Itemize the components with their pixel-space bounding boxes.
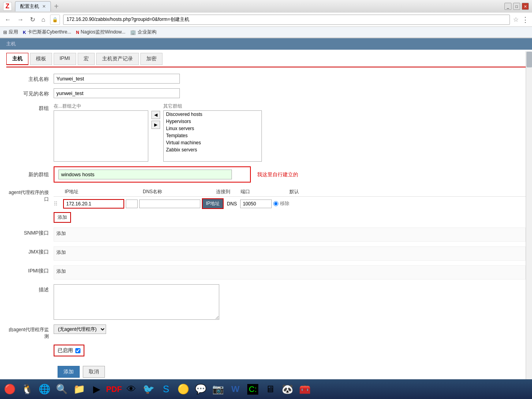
connect-ip-button[interactable]: IP地址: [202, 198, 224, 209]
bookmarks-bar: ⊞ 应用 K 卡巴斯基Cyberthre... N Nagios监控Window…: [0, 27, 532, 38]
url-input[interactable]: [63, 15, 510, 25]
dns-name-input[interactable]: [139, 200, 200, 208]
taskbar-icon-terminal[interactable]: C:: [245, 381, 261, 386]
bookmark-enterprise[interactable]: 🏢 企业架构: [130, 29, 157, 35]
agent-proxy-select[interactable]: (无agent代理程序): [54, 324, 106, 334]
ip-subnet-input[interactable]: [126, 200, 138, 208]
nav-bar: ← → ↻ ⌂ 🔒 ☆ ⋮: [0, 13, 532, 27]
desc-row: 描述: [6, 284, 526, 320]
submit-add-button[interactable]: 添加: [58, 366, 80, 378]
taskbar-icon-2[interactable]: 🐧: [19, 381, 35, 386]
taskbar-icon-folder[interactable]: 📁: [71, 381, 88, 386]
scrollbar[interactable]: [526, 51, 532, 379]
port-input[interactable]: [240, 200, 272, 208]
apps-icon: ⊞: [3, 30, 7, 35]
tab-close-button[interactable]: ✕: [42, 4, 46, 9]
taskbar-icon-chrome[interactable]: 🌐: [36, 381, 53, 386]
remove-link[interactable]: 移除: [280, 200, 289, 207]
tab-template[interactable]: 模板: [30, 53, 52, 65]
taskbar-icon-app[interactable]: 🖥: [262, 381, 278, 386]
ipmi-content: 添加: [54, 265, 526, 280]
tab-asset[interactable]: 主机资产记录: [96, 53, 139, 65]
scrollbar-thumb[interactable]: [526, 52, 532, 67]
bookmark-star-icon[interactable]: ☆: [513, 16, 519, 23]
tab-macro[interactable]: 宏: [78, 53, 95, 65]
groups-section: 在...群组之中 ◀ ▶ 其它群组 Discovered hosts Hyper…: [54, 103, 262, 162]
cancel-button[interactable]: 取消: [83, 366, 105, 378]
taskbar-icon-s[interactable]: S: [158, 381, 174, 386]
bookmark-apps[interactable]: ⊞ 应用: [3, 29, 18, 35]
agent-proxy-label: 由agent代理程序监测: [6, 324, 54, 340]
bookmark-nagios[interactable]: N Nagios监控Window...: [76, 29, 125, 35]
new-tab-button[interactable]: +: [54, 2, 59, 11]
dns-text-label: DNS: [225, 201, 238, 207]
tab-ipmi[interactable]: IPMI: [54, 53, 76, 65]
col-dns-label: DNS名称: [143, 188, 206, 195]
kaspersky-icon: K: [23, 30, 26, 35]
taskbar-icon-weibo[interactable]: 👁: [123, 381, 140, 386]
hostname-input[interactable]: [54, 74, 180, 84]
tab-host[interactable]: 主机: [6, 53, 28, 65]
tab-encrypt[interactable]: 加密: [140, 53, 162, 65]
group-item-zabbix[interactable]: Zabbix servers: [164, 146, 261, 153]
new-group-row: 新的群组 我这里自行建立的: [6, 166, 526, 183]
jmx-label: JMX接口: [6, 246, 54, 255]
browser-chrome: Z 配置主机 ✕ + _ □ ✕ ← → ↻ ⌂ 🔒 ☆ ⋮ ⊞ 应用 K 卡巴: [0, 0, 532, 38]
taskbar-icon-yellow[interactable]: 🟡: [175, 381, 192, 386]
ipmi-label: IPMI接口: [6, 265, 54, 274]
drag-handle-icon[interactable]: ⠿: [54, 201, 62, 207]
bookmark-kaspersky[interactable]: K 卡巴斯基Cyberthre...: [23, 29, 71, 35]
form-container: 主机 模板 IPMI 宏 主机资产记录 加密 主机名称 可见的名称 群组 在..: [0, 50, 532, 386]
zabbix-logo: Z: [3, 2, 12, 11]
taskbar-icon-wechat[interactable]: 💬: [192, 381, 209, 386]
taskbar-icon-bird[interactable]: 🐦: [140, 381, 157, 386]
reload-button[interactable]: ↻: [28, 15, 37, 24]
taskbar-icon-chest[interactable]: 🧰: [297, 381, 313, 386]
group-item-virtual[interactable]: Virtual machines: [164, 139, 261, 146]
back-button[interactable]: ←: [3, 15, 13, 24]
taskbar-icon-1[interactable]: 🔴: [2, 381, 18, 386]
ipmi-row: IPMI接口 添加: [6, 265, 526, 280]
new-group-input[interactable]: [58, 170, 232, 179]
taskbar-icon-word[interactable]: W: [227, 381, 244, 386]
agent-proxy-row: 由agent代理程序监测 (无agent代理程序): [6, 324, 526, 340]
interfaces-header: IP地址 DNS名称 连接到 端口 默认: [54, 187, 526, 197]
minimize-button[interactable]: _: [504, 3, 511, 10]
interfaces-label: agent代理程序的接口: [6, 187, 54, 203]
jmx-add-link[interactable]: 添加: [56, 250, 66, 255]
in-groups-list[interactable]: [54, 110, 148, 162]
home-button[interactable]: ⌂: [40, 15, 47, 24]
enabled-checkbox[interactable]: [75, 348, 80, 353]
group-item-linux[interactable]: Linux servers: [164, 125, 261, 132]
ip-address-input[interactable]: [63, 199, 124, 209]
move-right-button[interactable]: ▶: [151, 121, 160, 129]
other-groups-label: 其它群组: [163, 103, 262, 110]
taskbar-icon-panda[interactable]: 🐼: [279, 381, 296, 386]
group-item-discovered[interactable]: Discovered hosts: [164, 111, 261, 118]
taskbar-icon-search[interactable]: 🔍: [54, 381, 70, 386]
form-tab-row: 主机 模板 IPMI 宏 主机资产记录 加密: [6, 50, 526, 67]
visible-name-input[interactable]: [54, 88, 180, 98]
snmp-add-link[interactable]: 添加: [56, 231, 66, 236]
group-item-hypervisors[interactable]: Hypervisors: [164, 118, 261, 125]
other-groups-list[interactable]: Discovered hosts Hypervisors Linux serve…: [163, 110, 262, 162]
add-interface-link[interactable]: 添加: [58, 214, 67, 220]
default-radio[interactable]: [273, 201, 278, 206]
browser-tab[interactable]: 配置主机 ✕: [15, 1, 51, 11]
new-group-label: 新的群组: [6, 171, 54, 178]
ipmi-add-link[interactable]: 添加: [56, 268, 66, 274]
taskbar-icon-camera[interactable]: 📷: [210, 381, 226, 386]
forward-button[interactable]: →: [16, 15, 25, 24]
maximize-button[interactable]: □: [513, 3, 520, 10]
group-item-templates[interactable]: Templates: [164, 132, 261, 139]
interfaces-content: IP地址 DNS名称 连接到 端口 默认 ⠿ IP地址 DNS: [54, 187, 526, 223]
move-left-button[interactable]: ◀: [151, 111, 160, 119]
desc-textarea[interactable]: [54, 284, 219, 320]
hostname-row: 主机名称: [6, 74, 526, 84]
close-button[interactable]: ✕: [522, 3, 529, 10]
taskbar: 🔴 🐧 🌐 🔍 📁 ▶ PDF 👁 🐦 S 🟡 💬 📷 W C: 🖥: [0, 379, 532, 386]
group-arrows: ◀ ▶: [151, 111, 160, 129]
taskbar-icon-arrow[interactable]: ▶: [88, 381, 105, 386]
taskbar-icon-pdf[interactable]: PDF: [106, 381, 122, 386]
browser-menu-button[interactable]: ⋮: [522, 15, 529, 24]
